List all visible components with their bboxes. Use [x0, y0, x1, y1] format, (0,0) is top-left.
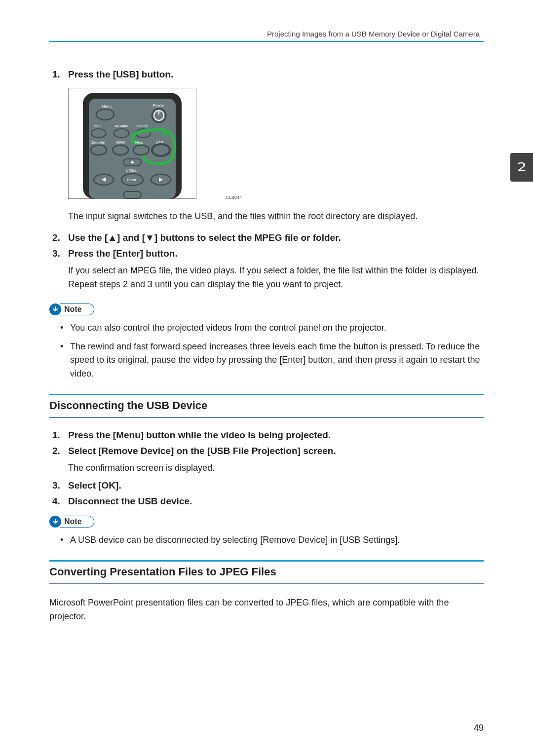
content-area: 1. Press the [USB] button. Menu Power [49, 69, 484, 624]
step-number: 2. [52, 446, 68, 475]
label-enter: Enter [127, 178, 136, 182]
step-body: Press the [Enter] button. If you select … [68, 248, 484, 292]
header-rule [49, 41, 484, 42]
step-body: Use the [▲] and [▼] buttons to select th… [68, 232, 484, 243]
label-hdmi: HDMI [116, 141, 125, 144]
svg-point-3 [96, 109, 114, 120]
section-converting-title: Converting Presentation Files to JPEG Fi… [49, 560, 484, 584]
svg-point-13 [133, 145, 149, 155]
note-item: The rewind and fast forward speed increa… [60, 340, 484, 381]
page-number: 49 [474, 723, 484, 733]
step-2: 2. Use the [▲] and [▼] buttons to select… [49, 232, 484, 243]
remote-illustration: Menu Power Input AV Mute Freeze Computer [68, 88, 216, 199]
step-title: Select [Remove Device] on the [USB File … [68, 446, 484, 456]
step-number: 3. [52, 480, 68, 491]
note-item: You can also control the projected video… [60, 321, 484, 335]
step-text: The confirmation screen is displayed. [68, 461, 484, 475]
step2-2: 2. Select [Remove Device] on the [USB Fi… [49, 446, 484, 475]
step-title: Disconnect the USB device. [68, 496, 484, 507]
remote-svg: Menu Power Input AV Mute Freeze Computer [68, 88, 196, 199]
step-3: 3. Press the [Enter] button. If you sele… [49, 248, 484, 292]
label-power: Power [153, 103, 164, 108]
svg-point-7 [91, 129, 106, 138]
notes-list-1: You can also control the projected video… [60, 321, 484, 381]
svg-point-14 [152, 144, 170, 156]
step2-3: 3. Select [OK]. [49, 480, 484, 491]
section-disconnecting-title: Disconnecting the USB Device [49, 394, 484, 418]
label-menu: Menu [102, 104, 112, 109]
label-computer: Computer [91, 141, 105, 145]
step-body: Press the [USB] button. [68, 69, 484, 80]
svg-rect-22 [123, 191, 141, 198]
step-number: 2. [52, 232, 68, 243]
step2-4: 4. Disconnect the USB device. [49, 496, 484, 507]
step-text: If you select an MPEG file, the video pl… [68, 264, 484, 292]
label-lclick: L-Click [126, 169, 137, 172]
step-1-after-text: The input signal switches to the USB, an… [68, 210, 484, 224]
svg-point-12 [113, 145, 128, 155]
step-number: 1. [52, 430, 68, 441]
step-number: 3. [52, 248, 68, 292]
page: Projecting Images from a USB Memory Devi… [0, 0, 533, 756]
note-item: A USB device can be disconnected by sele… [60, 533, 484, 547]
note-label: Note [60, 516, 94, 528]
running-header: Projecting Images from a USB Memory Devi… [49, 30, 484, 38]
step-title: Press the [USB] button. [68, 69, 484, 80]
label-avmute: AV Mute [115, 124, 128, 128]
step-number: 1. [52, 69, 68, 80]
step-number: 4. [52, 496, 68, 507]
label-freeze: Freeze [137, 124, 148, 128]
svg-point-10 [162, 131, 167, 136]
svg-point-8 [114, 129, 129, 138]
notes-list-2: A USB device can be disconnected by sele… [60, 533, 484, 547]
arrow-down-icon [49, 303, 61, 315]
figure-caption: CLB044 [226, 195, 242, 200]
step-title: Use the [▲] and [▼] buttons to select th… [68, 232, 484, 243]
note-label: Note [60, 303, 94, 315]
chapter-tab: 2 [510, 153, 533, 182]
step-title: Select [OK]. [68, 480, 484, 491]
section-converting-intro: Microsoft PowerPoint presentation files … [49, 596, 484, 624]
arrow-down-icon [49, 516, 61, 528]
label-input: Input [94, 124, 102, 128]
step-title: Press the [Enter] button. [68, 248, 484, 259]
note-badge: Note [49, 516, 94, 528]
step-1: 1. Press the [USB] button. [49, 69, 484, 80]
svg-point-11 [91, 145, 107, 155]
note-badge: Note [49, 303, 94, 315]
step-title: Press the [Menu] button while the video … [68, 430, 484, 441]
step2-1: 1. Press the [Menu] button while the vid… [49, 430, 484, 441]
label-netw: Netw [135, 141, 144, 144]
